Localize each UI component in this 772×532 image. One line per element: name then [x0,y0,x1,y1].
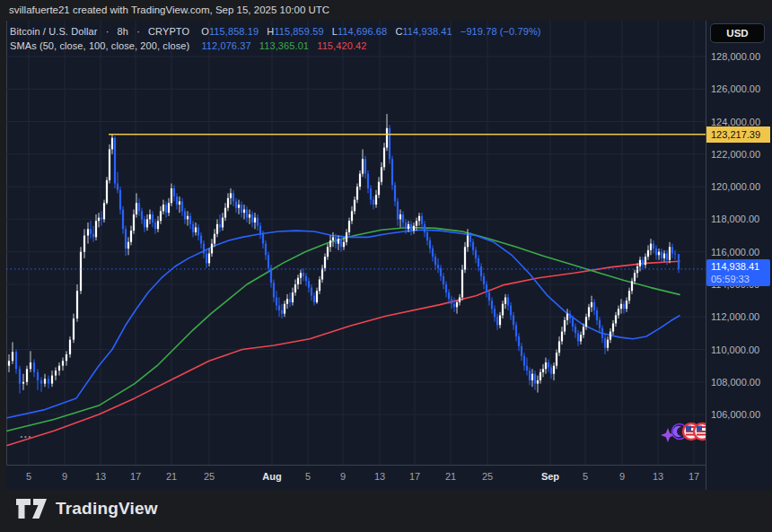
sma-label: SMAs (50, close, 100, close, 200, close) [10,40,189,51]
time-label-month: Aug [262,471,281,482]
time-label-day: 17 [689,471,699,482]
emoji-stickers[interactable] [661,423,710,442]
price-label: 110,000.00 [711,344,759,355]
time-label-day: 13 [95,471,106,482]
price-label: 126,000.00 [711,83,760,94]
price-label: 116,000.00 [711,247,759,257]
time-label-day: 5 [583,471,588,482]
currency-button[interactable]: USD [710,23,765,43]
price-label: 128,000.00 [711,51,760,62]
exchange-label: CRYPTO [148,26,189,37]
sma200-value: 115,420.42 [317,40,366,51]
attribution-text: svillafuerte21 created with TradingView.… [9,4,329,15]
time-label-day: 5 [305,471,311,482]
bar-countdown: 05:59:33 [711,273,770,285]
time-label-day: 13 [374,471,385,482]
change-value: −919.78 (−0.79%) [461,26,541,37]
tradingview-logo: TradingView [15,496,158,521]
time-label-day: 21 [166,471,177,482]
open-label: O [201,26,209,37]
sma-legend: SMAs (50, close, 100, close, 200, close)… [10,40,366,51]
last-price-value: 114,938.41 [711,260,770,273]
legend-more-button[interactable]: ... [20,427,32,440]
price-label: 106,000.00 [711,409,760,420]
high-value: 115,859.59 [274,26,323,37]
low-value: 114,696.68 [338,26,387,37]
sma100-value: 113,365.01 [259,40,309,51]
time-label-day: 25 [204,471,215,482]
tradingview-logo-icon [15,496,48,521]
symbol-legend: Bitcoin / U.S. Dollar · 8h · CRYPTO O115… [10,26,541,37]
chart-canvas[interactable] [0,0,772,532]
price-label: 108,000.00 [711,377,760,388]
interval-label: 8h [118,26,128,37]
tradingview-snapshot: svillafuerte21 created with TradingView.… [0,0,772,532]
price-label: 120,000.00 [711,181,760,192]
horizontal-line-price-label[interactable]: 123,217.39 [706,126,770,143]
time-label-day: 17 [130,471,141,482]
open-value: 115,858.19 [209,26,259,37]
time-label-day: 9 [619,471,625,482]
close-value: 114,938.41 [402,26,452,37]
price-label: 118,000.00 [711,214,759,224]
separator: · [136,26,140,37]
price-label: 122,000.00 [711,149,760,160]
tradingview-logo-text: TradingView [56,499,158,519]
price-label: 124,000.00 [711,117,760,127]
sma50-value: 112,076.37 [201,40,250,51]
time-label-day: 5 [26,471,31,482]
symbol-name: Bitcoin / U.S. Dollar [10,26,97,37]
time-label-day: 21 [445,471,456,482]
time-label-day: 9 [62,471,67,482]
time-label-month: Sep [541,471,559,482]
time-label-day: 17 [409,471,420,482]
separator: · [106,26,110,37]
time-label-day: 9 [340,471,346,482]
time-label-day: 13 [653,471,663,482]
candles [8,114,680,393]
price-label: 112,000.00 [711,311,759,322]
time-label-day: 25 [482,471,493,482]
last-price-label[interactable]: 114,938.41 05:59:33 [706,259,770,286]
